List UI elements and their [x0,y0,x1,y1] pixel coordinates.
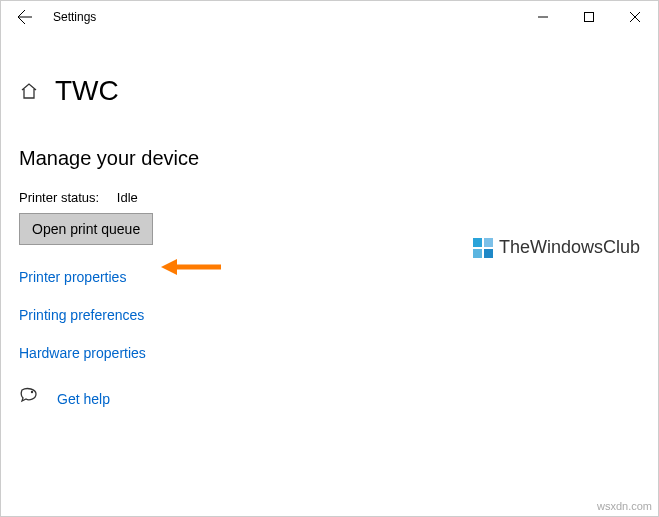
svg-rect-7 [473,238,482,247]
svg-rect-10 [484,249,493,258]
home-icon[interactable] [19,81,39,101]
status-value: Idle [117,190,138,205]
svg-line-3 [630,12,640,22]
help-icon [19,387,39,411]
watermark-logo-icon [473,238,493,258]
printing-preferences-link[interactable]: Printing preferences [19,307,144,323]
window-title: Settings [53,10,96,24]
svg-rect-8 [484,238,493,247]
maximize-button[interactable] [566,1,612,33]
watermark: TheWindowsClub [473,237,640,258]
printer-status: Printer status: Idle [19,190,640,205]
back-button[interactable] [9,1,41,33]
titlebar-left: Settings [9,1,520,33]
minimize-button[interactable] [520,1,566,33]
arrow-left-icon [17,9,33,25]
help-row: Get help [19,387,640,411]
close-button[interactable] [612,1,658,33]
status-label: Printer status: [19,190,99,205]
minimize-icon [538,12,548,22]
svg-rect-1 [585,13,594,22]
svg-line-2 [630,12,640,22]
close-icon [630,12,640,22]
get-help-link[interactable]: Get help [57,391,110,407]
content: TWC Manage your device Printer status: I… [1,33,658,411]
header-row: TWC [19,75,640,107]
window-controls [520,1,658,33]
svg-rect-9 [473,249,482,258]
svg-point-4 [31,391,33,393]
open-print-queue-button[interactable]: Open print queue [19,213,153,245]
maximize-icon [584,12,594,22]
watermark-text: TheWindowsClub [499,237,640,258]
hardware-properties-link[interactable]: Hardware properties [19,345,146,361]
section-title: Manage your device [19,147,640,170]
printer-properties-link[interactable]: Printer properties [19,269,126,285]
credit-text: wsxdn.com [597,500,652,512]
page-title: TWC [55,75,119,107]
titlebar: Settings [1,1,658,33]
